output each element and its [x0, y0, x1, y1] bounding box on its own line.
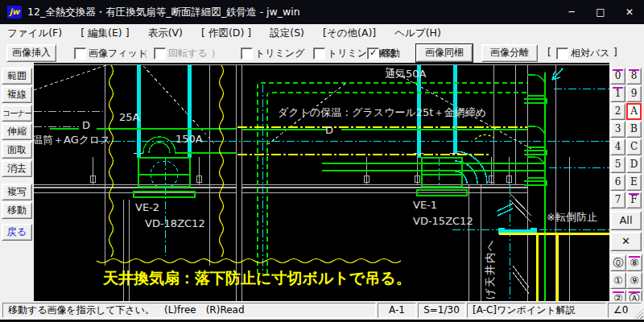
tool-undo-button[interactable]: 戻る — [2, 224, 32, 241]
tool-corner-button[interactable]: コーナー — [2, 105, 32, 122]
relpath-label: 相対パス — [571, 47, 610, 60]
menu-bar: ファイル(F) [ 編集(E) ] 表示(V) [ 作図(D) ] 設定(S) … — [0, 24, 644, 43]
label-banner-note: 天井換気扇：落下防止に寸切ボルトで吊る。 — [103, 270, 411, 287]
tool-erase-button[interactable]: 消去 — [2, 160, 32, 177]
label-ve2-name: VE-2 — [135, 202, 159, 213]
rotate-paren-close: ） — [211, 47, 221, 60]
bundle-image-button[interactable]: 画像同梱 — [416, 44, 473, 62]
group-2-button[interactable]: ② — [610, 290, 626, 301]
layer-1-button[interactable]: 1 — [610, 85, 625, 102]
layer-a-button-selected[interactable]: A — [626, 103, 642, 120]
close-button[interactable]: ✕ — [615, 0, 644, 24]
angle-indicator[interactable]: ∠0 — [608, 303, 642, 318]
move-checkbox[interactable]: ✓ — [367, 47, 379, 60]
tool-stretch-button[interactable]: 伸縮 — [2, 123, 32, 140]
group-1-button[interactable]: ① — [610, 272, 626, 289]
group-0-button[interactable]: ⓪ — [610, 254, 626, 271]
move-label: 移動 — [381, 47, 400, 60]
highlight-lines — [97, 65, 609, 301]
layer-6-button[interactable]: 6 — [610, 174, 625, 191]
rotate-paren-open: （ — [138, 47, 148, 60]
window-title: 12_全熱交換器・有圧換気扇等_断面詳細図_鉄骨造 - jw_win — [27, 0, 300, 24]
untrim-checkbox[interactable] — [313, 47, 325, 60]
relpath-checkbox[interactable] — [556, 47, 568, 60]
menu-other[interactable]: [その他(A)] — [316, 24, 383, 42]
layer-9-button[interactable]: 9 — [626, 85, 642, 102]
layer-5-button[interactable]: 5 — [610, 156, 625, 173]
label-tipover-note: ※転倒防止 — [547, 212, 597, 223]
menu-view[interactable]: 表示(V) — [141, 24, 190, 42]
relpath-bracket-open: [ — [547, 47, 551, 58]
tool-chamfer-button[interactable]: 面取 — [2, 142, 32, 159]
layer-b-button[interactable]: B — [626, 121, 642, 138]
maximize-button[interactable]: □ — [586, 0, 615, 24]
menu-help[interactable]: ヘルプ(H) — [387, 24, 448, 42]
tool-offset-button[interactable]: 複線 — [2, 86, 32, 103]
status-bar: 移動する画像を指示して下さい。 (L)free (R)Read A-1 S=1/… — [0, 301, 644, 320]
tool-range-button[interactable]: 範囲 — [2, 68, 32, 85]
left-tool-panel: 範囲 複線 コーナー 伸縮 面取 消去 複写 移動 戻る — [0, 63, 34, 301]
minimize-button[interactable]: ─ — [557, 0, 586, 24]
label-pipe-150a: 150A — [175, 134, 203, 145]
label-ve2-model: VD-18ZC12 — [145, 218, 205, 229]
rotate-checkbox — [154, 47, 166, 60]
tool-copy-button[interactable]: 複写 — [2, 184, 32, 200]
drawing-canvas[interactable]: 通気50A ダクトの保温：グラスウール25t＋金網締め D D 25A 150A… — [34, 63, 609, 301]
tool-move-button[interactable]: 移動 — [2, 202, 32, 219]
label-insulation-left: 温筒＋AGクロス — [34, 134, 111, 146]
scale-indicator[interactable]: S=1/30 — [418, 303, 465, 318]
jw-cad-window: jw 12_全熱交換器・有圧換気扇等_断面詳細図_鉄骨造 - jw_win ─ … — [0, 0, 644, 322]
layer-panel: 0 8 1 9 2 A 3 B 4 C 5 D 6 E 7 F All ✕ ⓪ … — [609, 63, 644, 301]
layer-4-button[interactable]: 4 — [610, 138, 625, 155]
layer-f-button[interactable]: F — [626, 192, 642, 208]
label-ve1-model: VD-15ZC12 — [413, 216, 473, 227]
menu-edit[interactable]: [ 編集(E) ] — [73, 24, 136, 42]
status-message: 移動する画像を指示して下さい。 (L)free (R)Read — [2, 303, 376, 318]
layer-clear-button[interactable]: ✕ — [610, 232, 642, 251]
cad-drawing — [34, 63, 609, 301]
label-ceiling-note-vertical: げ天井内へ — [485, 238, 496, 299]
title-bar: jw 12_全熱交換器・有圧換気扇等_断面詳細図_鉄骨造 - jw_win ─ … — [0, 0, 644, 24]
layer-0-button[interactable]: 0 — [610, 68, 625, 85]
trimming-label: トリミング — [255, 47, 304, 60]
group-a-button[interactable]: Ⓐ — [626, 290, 642, 301]
layer-c-button[interactable]: C — [626, 138, 642, 155]
label-vent-50a: 通気50A — [385, 68, 426, 80]
image-toolbar: 画像挿入 画像フィット （ 回転する ） トリミング トリミング解除 ✓ 移動 … — [0, 42, 644, 63]
trimming-checkbox[interactable] — [241, 47, 253, 60]
hint-button[interactable]: [A-C]ワンポイント解説 — [467, 303, 606, 318]
separate-image-button[interactable]: 画像分離 — [481, 44, 538, 62]
layer-7-button[interactable]: 7 — [610, 192, 625, 208]
group-9-button[interactable]: ⑨ — [626, 272, 642, 289]
layer-8-button[interactable]: 8 — [626, 68, 642, 85]
relpath-bracket-close: ] — [613, 47, 617, 58]
group-8-button[interactable]: ⑧ — [626, 254, 642, 271]
layer-e-button[interactable]: E — [626, 174, 642, 191]
layer-all-button[interactable]: All — [610, 211, 642, 230]
label-d-right: D — [325, 125, 333, 136]
menu-settings[interactable]: 設定(S) — [262, 24, 312, 42]
menu-draw[interactable]: [ 作図(D) ] — [194, 24, 258, 42]
label-ve1-name: VE-1 — [413, 200, 437, 211]
label-duct-insulation: ダクトの保温：グラスウール25t＋金網締め — [278, 107, 486, 118]
label-d-left: D — [82, 120, 90, 131]
structure-lines — [34, 64, 609, 301]
image-fit-checkbox[interactable] — [74, 47, 86, 60]
layer-3-button[interactable]: 3 — [610, 121, 625, 138]
menu-file[interactable]: ファイル(F) — [0, 24, 69, 42]
layer-2-button[interactable]: 2 — [610, 103, 625, 120]
layer-indicator[interactable]: A-1 — [378, 303, 416, 318]
rotate-label: 回転する — [168, 47, 208, 60]
label-pipe-25a: 25A — [119, 112, 139, 123]
app-icon[interactable]: jw — [7, 6, 22, 19]
layer-d-button[interactable]: D — [626, 156, 642, 173]
insert-image-button[interactable]: 画像挿入 — [6, 44, 56, 62]
